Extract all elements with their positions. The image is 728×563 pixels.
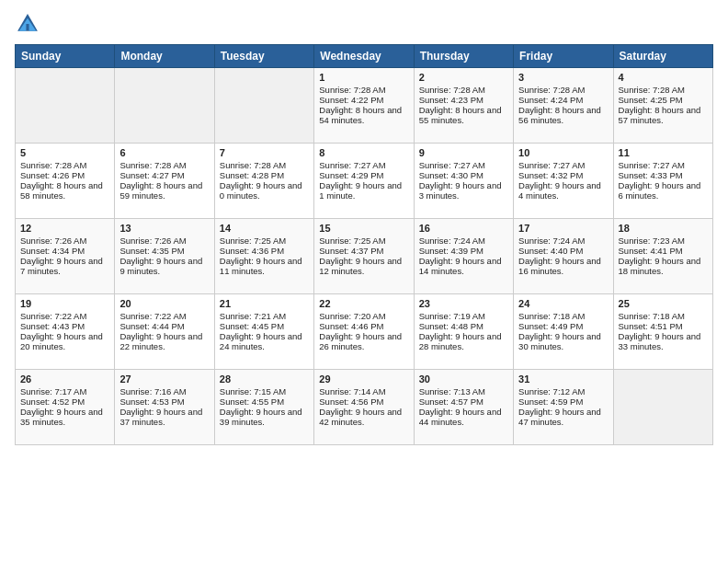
daylight-text: Daylight: 9 hours and 33 minutes. — [619, 331, 708, 351]
day-header-wednesday: Wednesday — [314, 45, 414, 68]
calendar-cell: 1Sunrise: 7:28 AMSunset: 4:22 PMDaylight… — [314, 68, 414, 144]
day-number: 17 — [518, 223, 608, 234]
daylight-text: Daylight: 9 hours and 7 minutes. — [20, 256, 109, 276]
sunrise-text: Sunrise: 7:15 AM — [220, 386, 309, 396]
day-header-monday: Monday — [115, 45, 214, 68]
day-header-friday: Friday — [514, 45, 613, 68]
sunset-text: Sunset: 4:56 PM — [319, 396, 408, 407]
sunset-text: Sunset: 4:25 PM — [619, 95, 708, 105]
daylight-text: Daylight: 8 hours and 54 minutes. — [319, 105, 408, 125]
daylight-text: Daylight: 9 hours and 16 minutes. — [518, 256, 608, 276]
calendar-cell: 16Sunrise: 7:24 AMSunset: 4:39 PMDayligh… — [414, 219, 513, 294]
daylight-text: Daylight: 9 hours and 35 minutes. — [20, 407, 109, 427]
calendar-cell: 5Sunrise: 7:28 AMSunset: 4:26 PMDaylight… — [16, 144, 115, 219]
sunrise-text: Sunrise: 7:19 AM — [419, 311, 508, 321]
day-number: 12 — [20, 223, 109, 234]
sunrise-text: Sunrise: 7:22 AM — [20, 311, 109, 321]
calendar-cell: 15Sunrise: 7:25 AMSunset: 4:37 PMDayligh… — [314, 219, 414, 294]
calendar-cell: 8Sunrise: 7:27 AMSunset: 4:29 PMDaylight… — [314, 144, 414, 219]
calendar-cell: 4Sunrise: 7:28 AMSunset: 4:25 PMDaylight… — [613, 68, 712, 144]
day-number: 2 — [419, 72, 508, 83]
day-number: 24 — [518, 298, 608, 309]
day-number: 25 — [619, 298, 708, 309]
day-header-saturday: Saturday — [613, 45, 712, 68]
calendar-cell: 28Sunrise: 7:15 AMSunset: 4:55 PMDayligh… — [214, 370, 313, 445]
daylight-text: Daylight: 9 hours and 28 minutes. — [419, 331, 508, 351]
daylight-text: Daylight: 9 hours and 37 minutes. — [119, 407, 209, 427]
header-row: SundayMondayTuesdayWednesdayThursdayFrid… — [16, 45, 713, 68]
sunset-text: Sunset: 4:35 PM — [119, 246, 209, 256]
daylight-text: Daylight: 9 hours and 24 minutes. — [220, 331, 309, 351]
daylight-text: Daylight: 8 hours and 57 minutes. — [619, 105, 708, 125]
sunrise-text: Sunrise: 7:28 AM — [619, 85, 708, 95]
sunrise-text: Sunrise: 7:28 AM — [518, 85, 608, 95]
sunset-text: Sunset: 4:52 PM — [20, 396, 109, 407]
sunrise-text: Sunrise: 7:24 AM — [419, 236, 508, 246]
sunrise-text: Sunrise: 7:12 AM — [518, 386, 608, 396]
day-number: 1 — [319, 72, 408, 83]
daylight-text: Daylight: 8 hours and 56 minutes. — [518, 105, 608, 125]
day-number: 31 — [518, 373, 608, 385]
calendar-cell: 6Sunrise: 7:28 AMSunset: 4:27 PMDaylight… — [115, 144, 214, 219]
logo-icon — [15, 11, 40, 37]
sunrise-text: Sunrise: 7:27 AM — [419, 160, 508, 170]
daylight-text: Daylight: 9 hours and 26 minutes. — [319, 331, 408, 351]
sunset-text: Sunset: 4:40 PM — [518, 246, 608, 256]
calendar-cell: 21Sunrise: 7:21 AMSunset: 4:45 PMDayligh… — [214, 294, 313, 370]
day-number: 11 — [619, 147, 708, 158]
sunrise-text: Sunrise: 7:26 AM — [20, 236, 109, 246]
daylight-text: Daylight: 9 hours and 1 minute. — [319, 180, 408, 201]
week-row-3: 12Sunrise: 7:26 AMSunset: 4:34 PMDayligh… — [16, 219, 713, 294]
sunrise-text: Sunrise: 7:28 AM — [419, 85, 508, 95]
daylight-text: Daylight: 9 hours and 39 minutes. — [220, 407, 309, 427]
sunset-text: Sunset: 4:37 PM — [319, 246, 408, 256]
sunrise-text: Sunrise: 7:18 AM — [619, 311, 708, 321]
daylight-text: Daylight: 8 hours and 59 minutes. — [119, 180, 209, 201]
calendar-cell: 30Sunrise: 7:13 AMSunset: 4:57 PMDayligh… — [414, 370, 513, 445]
day-number: 13 — [119, 223, 209, 234]
calendar-cell: 10Sunrise: 7:27 AMSunset: 4:32 PMDayligh… — [514, 144, 613, 219]
calendar-cell: 31Sunrise: 7:12 AMSunset: 4:59 PMDayligh… — [514, 370, 613, 445]
calendar-cell: 7Sunrise: 7:28 AMSunset: 4:28 PMDaylight… — [214, 144, 313, 219]
day-number: 22 — [319, 298, 408, 309]
calendar-cell: 2Sunrise: 7:28 AMSunset: 4:23 PMDaylight… — [414, 68, 513, 144]
sunset-text: Sunset: 4:24 PM — [518, 95, 608, 105]
sunrise-text: Sunrise: 7:28 AM — [119, 160, 209, 170]
daylight-text: Daylight: 9 hours and 42 minutes. — [319, 407, 408, 427]
daylight-text: Daylight: 9 hours and 11 minutes. — [220, 256, 309, 276]
sunset-text: Sunset: 4:55 PM — [220, 396, 309, 407]
calendar-cell: 3Sunrise: 7:28 AMSunset: 4:24 PMDaylight… — [514, 68, 613, 144]
sunset-text: Sunset: 4:41 PM — [619, 246, 708, 256]
sunset-text: Sunset: 4:28 PM — [220, 170, 309, 180]
sunrise-text: Sunrise: 7:28 AM — [220, 160, 309, 170]
calendar-cell — [613, 370, 712, 445]
daylight-text: Daylight: 9 hours and 22 minutes. — [119, 331, 209, 351]
daylight-text: Daylight: 9 hours and 44 minutes. — [419, 407, 508, 427]
sunset-text: Sunset: 4:57 PM — [419, 396, 508, 407]
calendar-cell: 27Sunrise: 7:16 AMSunset: 4:53 PMDayligh… — [115, 370, 214, 445]
logo — [15, 11, 44, 37]
sunset-text: Sunset: 4:53 PM — [119, 396, 209, 407]
sunrise-text: Sunrise: 7:13 AM — [419, 386, 508, 396]
calendar-cell: 19Sunrise: 7:22 AMSunset: 4:43 PMDayligh… — [16, 294, 115, 370]
sunrise-text: Sunrise: 7:25 AM — [319, 236, 408, 246]
day-number: 4 — [619, 72, 708, 83]
daylight-text: Daylight: 9 hours and 9 minutes. — [119, 256, 209, 276]
day-number: 7 — [220, 147, 309, 158]
calendar-cell: 25Sunrise: 7:18 AMSunset: 4:51 PMDayligh… — [613, 294, 712, 370]
sunrise-text: Sunrise: 7:28 AM — [319, 85, 408, 95]
daylight-text: Daylight: 9 hours and 12 minutes. — [319, 256, 408, 276]
day-number: 6 — [119, 147, 209, 158]
sunset-text: Sunset: 4:44 PM — [119, 321, 209, 331]
header — [15, 11, 713, 37]
calendar-cell: 14Sunrise: 7:25 AMSunset: 4:36 PMDayligh… — [214, 219, 313, 294]
day-number: 21 — [220, 298, 309, 309]
calendar-cell — [214, 68, 313, 144]
sunset-text: Sunset: 4:30 PM — [419, 170, 508, 180]
calendar-table: SundayMondayTuesdayWednesdayThursdayFrid… — [15, 44, 713, 445]
calendar-cell: 24Sunrise: 7:18 AMSunset: 4:49 PMDayligh… — [514, 294, 613, 370]
sunset-text: Sunset: 4:46 PM — [319, 321, 408, 331]
sunrise-text: Sunrise: 7:21 AM — [220, 311, 309, 321]
sunrise-text: Sunrise: 7:27 AM — [518, 160, 608, 170]
day-number: 27 — [119, 373, 209, 385]
